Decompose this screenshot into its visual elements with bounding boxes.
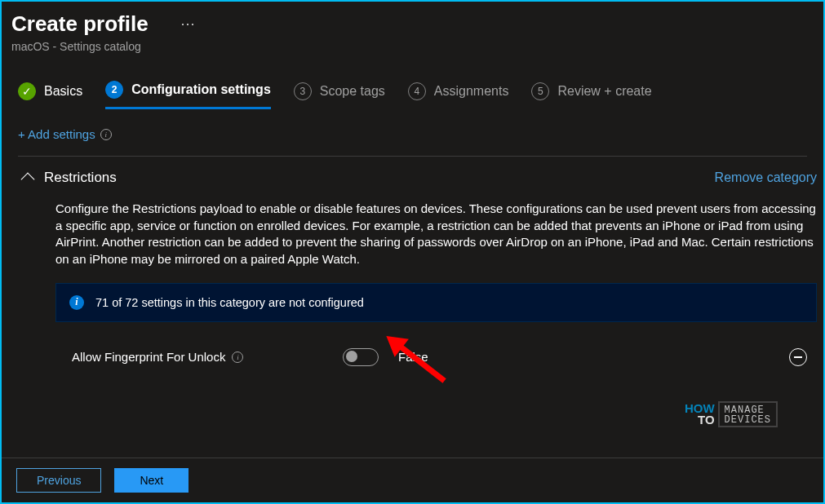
minus-icon: [794, 356, 802, 358]
step-number-icon: 2: [105, 81, 123, 99]
category-title: Restrictions: [44, 170, 117, 186]
watermark-text: TO: [685, 414, 715, 426]
page-subtitle: macOS - Settings catalog: [11, 40, 807, 53]
step-label: Assignments: [434, 84, 509, 99]
step-scope-tags[interactable]: 3 Scope tags: [294, 82, 385, 108]
status-bar: i 71 of 72 settings in this category are…: [55, 283, 817, 322]
watermark-text: DEVICES: [725, 415, 771, 425]
step-basics[interactable]: ✓ Basics: [18, 82, 82, 108]
info-icon[interactable]: i: [232, 351, 243, 363]
next-button[interactable]: Next: [114, 468, 189, 493]
step-number-icon: 4: [408, 82, 426, 100]
info-icon[interactable]: i: [100, 129, 112, 140]
toggle-value: False: [398, 350, 428, 364]
remove-setting-button[interactable]: [789, 348, 807, 366]
watermark: HOW TO MANAGE DEVICES: [685, 401, 778, 427]
step-number-icon: 3: [294, 82, 312, 100]
category-description: Configure the Restrictions payload to en…: [23, 186, 817, 278]
previous-button[interactable]: Previous: [16, 468, 101, 493]
step-label: Basics: [44, 84, 82, 99]
footer: Previous Next: [2, 458, 823, 502]
setting-row: Allow Fingerprint For Unlock i False: [23, 322, 817, 373]
wizard-steps: ✓ Basics 2 Configuration settings 3 Scop…: [2, 56, 823, 109]
more-icon[interactable]: ···: [181, 15, 196, 33]
check-icon: ✓: [18, 82, 36, 100]
status-text: 71 of 72 settings in this category are n…: [95, 296, 364, 309]
chevron-up-icon: [21, 173, 35, 187]
step-number-icon: 5: [531, 82, 549, 100]
category-toggle[interactable]: Restrictions: [23, 170, 117, 186]
step-label: Scope tags: [320, 84, 385, 99]
info-icon: i: [69, 295, 84, 310]
step-review-create[interactable]: 5 Review + create: [531, 82, 651, 108]
remove-category-link[interactable]: Remove category: [715, 170, 817, 185]
toggle-switch[interactable]: [343, 348, 379, 366]
page-title: Create profile: [11, 11, 149, 37]
step-label: Review + create: [557, 84, 651, 99]
setting-label: Allow Fingerprint For Unlock: [72, 350, 225, 364]
step-configuration-settings[interactable]: 2 Configuration settings: [105, 81, 271, 109]
step-assignments[interactable]: 4 Assignments: [408, 82, 509, 108]
add-settings-link[interactable]: + Add settings: [18, 127, 95, 141]
toggle-knob: [346, 351, 357, 362]
step-label: Configuration settings: [131, 82, 271, 97]
